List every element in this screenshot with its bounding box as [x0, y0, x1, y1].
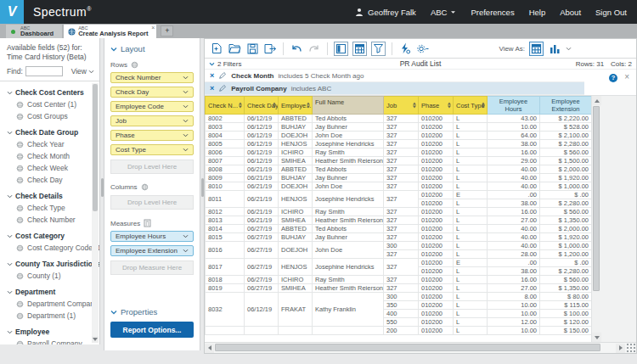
scroll-down-arrow[interactable] [92, 336, 99, 343]
scroll-left-arrow[interactable] [205, 344, 214, 353]
pill-check-day[interactable]: Check Day [110, 87, 194, 98]
column-header-employee-extension[interactable]: Employee Extension [540, 97, 592, 115]
field-item-cost-category-code-1[interactable]: Cost Category Code (1) [7, 242, 91, 254]
toggle-grid-icon[interactable] [352, 42, 367, 56]
table-vertical-scrollbar[interactable] [591, 96, 600, 342]
tab-dashboard[interactable]: ABCDashboard [6, 25, 62, 38]
column-header-check-day[interactable]: Check Day [245, 97, 279, 115]
edit-filter-icon[interactable] [218, 84, 227, 92]
topbar-menu-about[interactable]: About [560, 8, 581, 17]
toggle-filters-icon[interactable] [371, 42, 386, 56]
chevron-down-icon[interactable] [183, 148, 189, 152]
filter-row-check-month[interactable]: ×Check Monthincludes 5 Check Month ago [205, 70, 584, 82]
edit-filter-icon[interactable] [218, 71, 227, 80]
remove-filter-icon[interactable]: × [210, 85, 214, 92]
chevron-down-icon[interactable] [183, 76, 189, 80]
open-report-icon[interactable] [228, 42, 241, 55]
field-group-check-cost-centers[interactable]: Check Cost Centers [7, 87, 91, 98]
field-item-check-week[interactable]: Check Week [7, 162, 91, 174]
chevron-down-icon[interactable] [183, 234, 189, 238]
toggle-designer-icon[interactable] [334, 42, 348, 56]
find-input[interactable] [25, 66, 63, 76]
chevron-down-icon[interactable] [183, 90, 189, 94]
field-item-check-day[interactable]: Check Day [7, 174, 91, 186]
resize-grip[interactable] [625, 344, 636, 353]
column-header-cost-type[interactable]: Cost Type [454, 97, 488, 115]
viewpoint-logo[interactable]: V [0, 0, 24, 24]
pill-employee-hours[interactable]: Employee Hours [110, 231, 194, 242]
drop-column-area[interactable]: Drop Level Here [110, 195, 194, 210]
field-item-check-number[interactable]: Check Number [7, 214, 91, 226]
field-item-cost-center-1[interactable]: Cost Center (1) [7, 98, 91, 110]
pill-employee-extension[interactable]: Employee Extension [110, 245, 194, 256]
filters-toggle[interactable]: 2 Filters [209, 60, 336, 68]
column-header-job[interactable]: Job [384, 97, 419, 115]
column-header-employe[interactable]: Employe... [279, 97, 313, 115]
fields-scrollbar[interactable] [92, 83, 99, 343]
filter-row-payroll-company[interactable]: ×Payroll Companyincludes ABC [205, 82, 584, 95]
topbar-menu-sign-out[interactable]: Sign Out [595, 8, 627, 17]
report-options-button[interactable]: Report Options... [110, 322, 194, 338]
view-as-chart-icon[interactable] [548, 42, 561, 55]
export-report-icon[interactable] [263, 42, 277, 55]
field-item-check-month[interactable]: Check Month [7, 150, 91, 162]
field-group-check-date-group[interactable]: Check Date Group [7, 126, 91, 138]
save-report-icon[interactable] [245, 42, 259, 55]
run-report-icon[interactable] [398, 42, 412, 55]
table-horizontal-scrollbar[interactable] [205, 342, 636, 353]
chevron-down-icon[interactable] [183, 133, 189, 137]
chevron-down-icon[interactable] [183, 119, 189, 123]
column-header-check-n[interactable]: Check N... [206, 97, 245, 115]
chevron-down-icon[interactable] [183, 249, 189, 253]
pill-cost-type[interactable]: Cost Type [110, 144, 194, 155]
undo-icon[interactable] [290, 42, 303, 55]
chevron-down-icon[interactable] [183, 104, 189, 109]
layout-section-header[interactable]: Layout [110, 44, 194, 53]
field-item-department-company[interactable]: Department Company [7, 298, 91, 310]
scrollbar-thumb[interactable] [215, 344, 600, 351]
column-header-full-name[interactable]: Full Name [313, 97, 384, 115]
help-icon[interactable]: ? [609, 74, 617, 82]
field-group-county-tax-jurisdictions[interactable]: County Tax Jurisdictions [7, 258, 91, 270]
close-tab-icon[interactable]: × [151, 25, 155, 31]
scrollbar-thumb[interactable] [93, 84, 98, 211]
field-group-check-details[interactable]: Check Details [7, 190, 91, 202]
scrollbar-thumb[interactable] [593, 106, 600, 291]
field-group-cost-category[interactable]: Cost Category [7, 230, 91, 242]
field-group-department[interactable]: Department [7, 286, 91, 298]
new-tab-button[interactable]: + [161, 25, 173, 36]
pill-employee-code[interactable]: Employee Code [110, 101, 194, 112]
field-item-check-type[interactable]: Check Type [7, 202, 91, 214]
splitter-handle[interactable] [101, 178, 104, 197]
panel-splitter[interactable] [100, 38, 104, 364]
user-menu[interactable]: Geoffrey Falk [355, 8, 416, 17]
topbar-menu-help[interactable]: Help [529, 8, 546, 17]
field-item-cost-groups[interactable]: Cost Groups [7, 110, 91, 122]
pill-phase[interactable]: Phase [110, 130, 194, 141]
close-filters-icon[interactable]: × [624, 73, 629, 81]
settings-icon[interactable] [416, 42, 430, 55]
new-report-icon[interactable] [210, 42, 223, 55]
drop-level-area[interactable]: Drop Level Here [110, 160, 194, 174]
pill-check-number[interactable]: Check Number [110, 72, 194, 83]
scroll-down-arrow[interactable] [592, 333, 601, 342]
redo-icon[interactable] [307, 42, 321, 55]
scroll-up-arrow[interactable] [592, 96, 601, 105]
column-header-phase[interactable]: Phase [419, 97, 454, 115]
splitter-handle[interactable] [201, 178, 204, 197]
column-header-employee-hours[interactable]: Employee Hours [488, 97, 540, 115]
view-dropdown[interactable]: View [71, 67, 96, 76]
field-item-county-1[interactable]: County (1) [7, 270, 91, 282]
drop-measure-area[interactable]: Drop Measure Here [110, 260, 194, 275]
field-item-department-1[interactable]: Department (1) [7, 310, 91, 322]
pill-job[interactable]: Job [110, 115, 194, 126]
chevron-down-icon[interactable] [566, 47, 572, 51]
properties-section-header[interactable]: Properties [110, 307, 194, 316]
field-item-payroll-company[interactable]: Payroll Company [7, 338, 91, 344]
scroll-right-arrow[interactable] [616, 344, 625, 353]
field-group-employee[interactable]: Employee [7, 326, 91, 338]
remove-filter-icon[interactable]: × [210, 72, 214, 80]
tab-create-analysis-report[interactable]: ABCCreate Analysis Report× [64, 25, 156, 38]
field-item-check-year[interactable]: Check Year [7, 138, 91, 150]
view-as-grid-icon[interactable] [529, 42, 544, 56]
